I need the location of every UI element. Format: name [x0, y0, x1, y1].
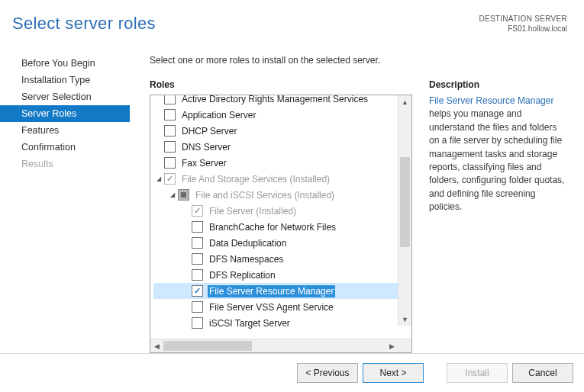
role-checkbox[interactable] [192, 269, 203, 281]
role-checkbox[interactable] [192, 317, 203, 329]
wizard-footer: < Previous Next > Install Cancel [0, 353, 584, 392]
role-item[interactable]: ◢File And Storage Services (Installed) [153, 171, 411, 187]
role-checkbox[interactable] [192, 237, 203, 249]
page-title: Select server roles [12, 14, 156, 34]
role-label[interactable]: File Server (Installed) [208, 205, 298, 217]
role-label[interactable]: File And Storage Services (Installed) [180, 173, 331, 185]
role-item[interactable]: DHCP Server [153, 123, 411, 139]
role-checkbox[interactable] [164, 95, 176, 104]
role-label[interactable]: Data Deduplication [208, 237, 288, 249]
scroll-up-button[interactable]: ▲ [398, 95, 411, 108]
description-text: File Server Resource Manager helps you m… [429, 95, 569, 214]
description-body: helps you manage and understand the file… [429, 108, 564, 212]
roles-header: Roles [150, 79, 412, 90]
role-item[interactable]: BranchCache for Network Files [153, 219, 411, 235]
role-label[interactable]: Application Server [180, 109, 257, 121]
role-checkbox[interactable] [164, 157, 176, 169]
role-checkbox [192, 205, 203, 217]
nav-item-results: Results [0, 156, 130, 172]
role-item[interactable]: Data Deduplication [153, 235, 411, 251]
destination-server: DESTINATION SERVER FS01.hollow.local [479, 14, 567, 34]
role-item[interactable]: File Server Resource Manager [153, 283, 411, 299]
role-checkbox[interactable] [192, 253, 203, 265]
role-item[interactable]: iSCSI Target Server [153, 315, 411, 331]
role-checkbox [164, 173, 176, 185]
scroll-down-button[interactable]: ▼ [398, 313, 411, 326]
role-label[interactable]: DHCP Server [180, 125, 238, 137]
role-checkbox[interactable] [164, 141, 176, 153]
collapse-toggle-icon[interactable]: ◢ [153, 175, 164, 182]
scrollbar-corner [398, 339, 411, 352]
role-item[interactable]: DFS Replication [153, 267, 411, 283]
scroll-left-button[interactable]: ◀ [150, 339, 163, 352]
collapse-toggle-icon[interactable]: ◢ [167, 191, 178, 198]
role-item[interactable]: DFS Namespaces [153, 251, 411, 267]
role-label[interactable]: Active Directory Rights Management Servi… [180, 95, 369, 105]
role-label[interactable]: DFS Namespaces [208, 253, 285, 265]
role-item[interactable]: Fax Server [153, 155, 411, 171]
role-item[interactable]: Active Directory Rights Management Servi… [153, 95, 411, 107]
vertical-scrollbar[interactable]: ▲ ▼ [398, 95, 411, 326]
next-button[interactable]: Next > [363, 363, 424, 383]
role-label[interactable]: File Server Resource Manager [208, 285, 335, 297]
role-checkbox[interactable] [178, 189, 189, 201]
nav-item-confirmation[interactable]: Confirmation [0, 139, 130, 156]
role-checkbox[interactable] [192, 221, 203, 233]
install-button: Install [447, 363, 508, 383]
intro-text: Select one or more roles to install on t… [150, 55, 569, 66]
nav-item-installation-type[interactable]: Installation Type [0, 72, 130, 88]
vertical-scroll-thumb[interactable] [400, 157, 410, 247]
role-label[interactable]: Fax Server [180, 157, 228, 169]
destination-server-label: DESTINATION SERVER [479, 14, 567, 24]
destination-server-value: FS01.hollow.local [479, 24, 567, 34]
description-header: Description [429, 79, 569, 90]
role-item[interactable]: DNS Server [153, 139, 411, 155]
role-label[interactable]: File Server VSS Agent Service [208, 301, 335, 313]
role-item[interactable]: File Server (Installed) [153, 203, 411, 219]
wizard-nav: Before You BeginInstallation TypeServer … [0, 55, 130, 353]
role-label[interactable]: BranchCache for Network Files [208, 221, 337, 233]
role-label[interactable]: File and iSCSI Services (Installed) [194, 189, 336, 201]
scroll-right-button[interactable]: ▶ [386, 339, 398, 352]
role-checkbox[interactable] [164, 109, 176, 120]
horizontal-scrollbar[interactable]: ◀ ▶ [150, 339, 411, 352]
role-item[interactable]: File Server VSS Agent Service [153, 299, 411, 315]
nav-item-server-roles[interactable]: Server Roles [0, 105, 130, 122]
previous-button[interactable]: < Previous [297, 363, 358, 383]
role-checkbox[interactable] [164, 125, 176, 137]
description-link: File Server Resource Manager [429, 95, 553, 106]
role-checkbox[interactable] [192, 285, 203, 297]
role-checkbox[interactable] [192, 301, 203, 313]
nav-item-features[interactable]: Features [0, 122, 130, 139]
role-label[interactable]: DNS Server [180, 141, 232, 153]
role-label[interactable]: iSCSI Target Server [208, 317, 292, 329]
role-label[interactable]: DFS Replication [208, 269, 277, 281]
nav-item-before-you-begin[interactable]: Before You Begin [0, 55, 130, 72]
roles-tree[interactable]: Active Directory Rights Management Servi… [150, 95, 412, 353]
role-item[interactable]: Application Server [153, 107, 411, 123]
cancel-button[interactable]: Cancel [512, 363, 573, 383]
horizontal-scroll-thumb[interactable] [163, 341, 252, 351]
role-item[interactable]: ◢File and iSCSI Services (Installed) [153, 187, 411, 203]
nav-item-server-selection[interactable]: Server Selection [0, 88, 130, 105]
